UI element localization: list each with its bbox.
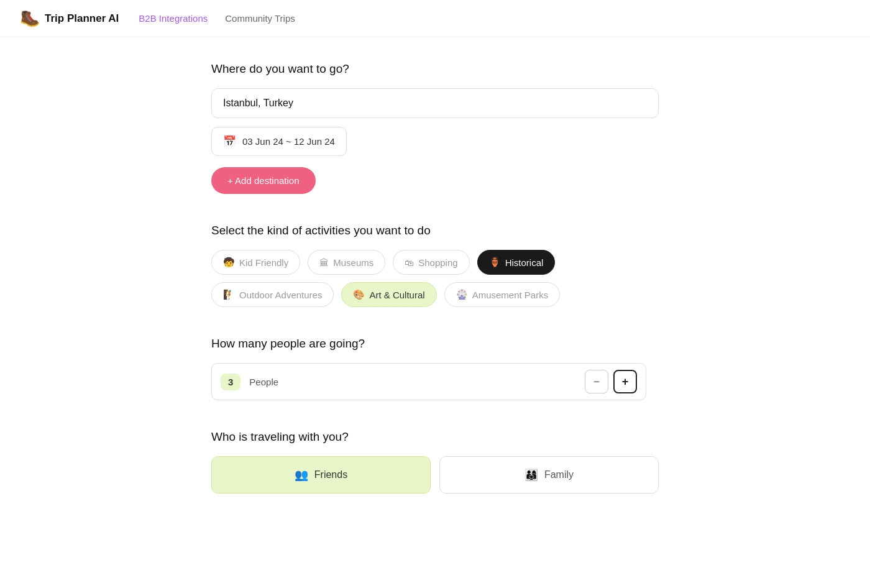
companion-label-family: Family (544, 469, 574, 480)
family-icon: 👨‍👩‍👧 (524, 468, 538, 482)
museums-icon: 🏛 (319, 257, 329, 268)
amusement-parks-icon: 🎡 (456, 289, 468, 300)
outdoor-adventures-icon: 🧗 (223, 289, 235, 300)
calendar-icon: 📅 (223, 135, 236, 148)
kid-friendly-icon: 🧒 (223, 257, 235, 268)
companions-title: Who is traveling with you? (211, 430, 659, 444)
nav-link-b2b[interactable]: B2B Integrations (139, 13, 208, 24)
tag-label-historical: Historical (505, 257, 544, 268)
people-section: How many people are going? 3 People − + (211, 337, 659, 400)
people-counter: 3 People − + (211, 363, 646, 400)
companion-family[interactable]: 👨‍👩‍👧Family (439, 456, 659, 494)
activities-section: Select the kind of activities you want t… (211, 224, 659, 307)
tag-label-amusement-parks: Amusement Parks (472, 290, 549, 300)
destination-title: Where do you want to go? (211, 62, 659, 76)
navbar: 🥾 Trip Planner AI B2B Integrations Commu… (0, 0, 870, 37)
nav-links: B2B Integrations Community Trips (139, 13, 295, 24)
add-destination-button[interactable]: + Add destination (211, 167, 316, 194)
decrement-button[interactable]: − (585, 370, 608, 393)
tag-kid-friendly[interactable]: 🧒Kid Friendly (211, 250, 300, 275)
shopping-icon: 🛍 (405, 257, 414, 268)
logo-icon: 🥾 (20, 9, 40, 28)
activity-tags: 🧒Kid Friendly🏛Museums🛍Shopping🏺Historica… (211, 250, 659, 307)
people-title: How many people are going? (211, 337, 659, 351)
people-label: People (249, 377, 585, 387)
historical-icon: 🏺 (489, 257, 501, 268)
logo: 🥾 Trip Planner AI (20, 9, 119, 28)
companion-options: 👥Friends👨‍👩‍👧Family (211, 456, 659, 494)
companion-label-friends: Friends (314, 469, 347, 480)
tag-label-outdoor-adventures: Outdoor Adventures (239, 290, 322, 300)
art-cultural-icon: 🎨 (353, 289, 365, 300)
date-range-text: 03 Jun 24 ~ 12 Jun 24 (242, 136, 335, 147)
companions-section: Who is traveling with you? 👥Friends👨‍👩‍👧… (211, 430, 659, 494)
tag-historical[interactable]: 🏺Historical (477, 250, 556, 275)
activities-title: Select the kind of activities you want t… (211, 224, 659, 237)
logo-text: Trip Planner AI (45, 12, 119, 25)
destination-section: Where do you want to go? 📅 03 Jun 24 ~ 1… (211, 62, 659, 194)
tag-label-museums: Museums (333, 257, 373, 268)
tag-label-art-cultural: Art & Cultural (369, 290, 424, 300)
tag-museums[interactable]: 🏛Museums (308, 250, 385, 275)
tag-outdoor-adventures[interactable]: 🧗Outdoor Adventures (211, 282, 334, 307)
tag-label-shopping: Shopping (418, 257, 457, 268)
increment-button[interactable]: + (613, 370, 637, 393)
companion-friends[interactable]: 👥Friends (211, 456, 431, 494)
people-count: 3 (221, 374, 240, 390)
counter-buttons: − + (585, 370, 637, 393)
main-content: Where do you want to go? 📅 03 Jun 24 ~ 1… (199, 37, 671, 561)
friends-icon: 👥 (295, 468, 308, 482)
tag-label-kid-friendly: Kid Friendly (239, 257, 288, 268)
date-range-button[interactable]: 📅 03 Jun 24 ~ 12 Jun 24 (211, 127, 347, 156)
tag-art-cultural[interactable]: 🎨Art & Cultural (341, 282, 436, 307)
tag-amusement-parks[interactable]: 🎡Amusement Parks (444, 282, 561, 307)
destination-input[interactable] (211, 88, 659, 118)
tag-shopping[interactable]: 🛍Shopping (393, 250, 469, 275)
nav-link-community[interactable]: Community Trips (225, 13, 295, 24)
